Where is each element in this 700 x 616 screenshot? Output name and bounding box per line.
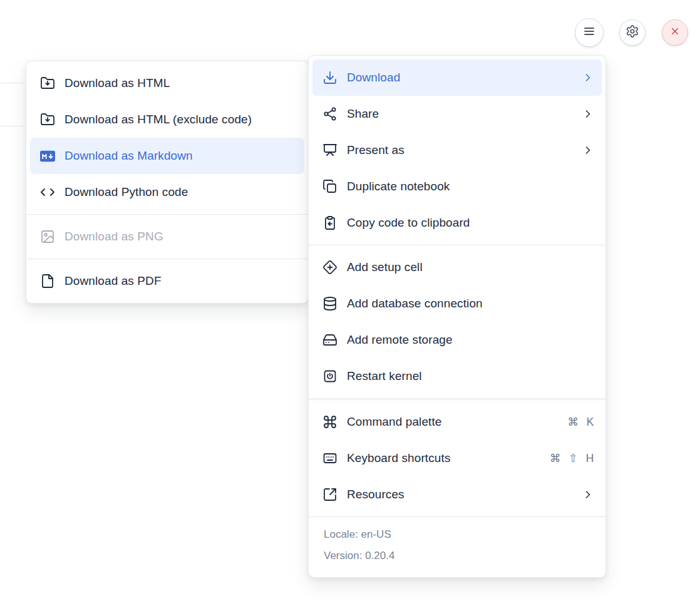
hamburger-icon — [582, 24, 597, 41]
menu-item-add-remote-storage[interactable]: Add remote storage — [312, 322, 602, 358]
menu-item-download-as-html[interactable]: Download as HTML — [30, 65, 304, 101]
chevron-right-icon — [582, 108, 594, 120]
menu-item-keyboard-shortcuts[interactable]: Keyboard shortcuts ⌘ ⇧ H — [312, 440, 602, 476]
menu-item-label: Resources — [347, 488, 572, 501]
menu-item-label: Add remote storage — [347, 333, 594, 347]
version-text: Version: 0.20.4 — [324, 550, 590, 562]
menu-item-label: Download as PDF — [64, 274, 297, 288]
menu-item-label: Add setup cell — [347, 260, 594, 274]
menu-item-label: Command palette — [347, 415, 558, 429]
menu-item-present-as[interactable]: Present as — [312, 132, 602, 168]
menu-item-add-database-connection[interactable]: Add database connection — [312, 285, 602, 322]
hard-drive-icon — [322, 332, 337, 347]
menu-item-copy-code-to-clipboard[interactable]: Copy code to clipboard — [312, 205, 602, 241]
menu-item-download-as-markdown[interactable]: Download as Markdown — [30, 138, 304, 174]
shortcut-hint: ⌘ ⇧ H — [550, 452, 594, 465]
presentation-icon — [322, 143, 337, 158]
menu-item-share[interactable]: Share — [312, 96, 602, 132]
file-icon — [40, 274, 55, 289]
menu-item-label: Keyboard shortcuts — [347, 451, 540, 465]
menu-item-download[interactable]: Download — [312, 59, 602, 96]
menu-separator — [309, 245, 605, 245]
menu-item-label: Add database connection — [347, 297, 594, 311]
menu-item-download-as-pdf[interactable]: Download as PDF — [30, 263, 304, 299]
clipboard-copy-icon — [322, 215, 337, 230]
menu-item-label: Restart kernel — [347, 369, 594, 383]
menu-item-add-setup-cell[interactable]: Add setup cell — [312, 249, 602, 285]
menu-item-duplicate-notebook[interactable]: Duplicate notebook — [312, 168, 602, 205]
database-icon — [322, 296, 337, 311]
keyboard-icon — [322, 451, 337, 466]
folder-down-icon — [40, 112, 55, 127]
page-divider-line — [0, 126, 24, 126]
chevron-right-icon — [582, 71, 594, 84]
menu-item-command-palette[interactable]: Command palette ⌘ K — [312, 404, 602, 440]
menu-item-resources[interactable]: Resources — [312, 476, 602, 513]
settings-button[interactable] — [619, 19, 646, 46]
notebook-actions-menu: Download Share Present as Duplicate note… — [308, 55, 606, 578]
menu-separator — [26, 259, 308, 259]
menu-item-label: Present as — [347, 143, 572, 157]
menu-item-label: Download as HTML (exclude code) — [64, 113, 297, 126]
menu-item-label: Download — [347, 71, 572, 85]
menu-item-label: Download as PNG — [64, 230, 297, 244]
image-icon — [40, 229, 55, 244]
shutdown-button[interactable] — [662, 19, 688, 46]
shortcut-hint: ⌘ K — [567, 416, 594, 429]
menu-item-download-as-png: Download as PNG — [30, 218, 304, 255]
code-icon — [40, 185, 55, 200]
menu-group-separator — [309, 398, 605, 400]
notebook-actions-menu-button[interactable] — [575, 18, 604, 47]
menu-item-label: Duplicate notebook — [347, 180, 594, 193]
external-link-icon — [322, 487, 337, 502]
share-icon — [322, 106, 337, 121]
chevron-right-icon — [582, 488, 594, 501]
menu-item-label: Copy code to clipboard — [347, 216, 594, 230]
duplicate-icon — [322, 179, 337, 194]
menu-footer: Locale: en-US Version: 0.20.4 — [309, 521, 605, 573]
menu-item-download-python-code[interactable]: Download Python code — [30, 174, 304, 210]
menu-item-download-as-html-exclude-code[interactable]: Download as HTML (exclude code) — [30, 101, 304, 138]
menu-separator — [26, 214, 308, 215]
diamond-plus-icon — [322, 260, 337, 275]
menu-item-restart-kernel[interactable]: Restart kernel — [312, 358, 602, 394]
locale-text: Locale: en-US — [324, 528, 590, 541]
close-icon — [669, 25, 681, 40]
menu-item-label: Download as Markdown — [64, 149, 297, 163]
download-icon — [322, 70, 337, 85]
page-divider-line — [0, 83, 24, 83]
menu-item-label: Download as HTML — [64, 76, 297, 90]
command-icon — [322, 414, 337, 429]
markdown-download-icon — [40, 148, 55, 163]
chevron-right-icon — [582, 144, 594, 157]
folder-down-icon — [40, 76, 55, 91]
menu-separator — [309, 516, 605, 517]
menu-item-label: Download Python code — [64, 185, 297, 199]
menu-item-label: Share — [347, 107, 572, 121]
gear-icon — [625, 24, 639, 41]
download-submenu: Download as HTML Download as HTML (exclu… — [26, 61, 309, 304]
power-square-icon — [322, 369, 337, 384]
